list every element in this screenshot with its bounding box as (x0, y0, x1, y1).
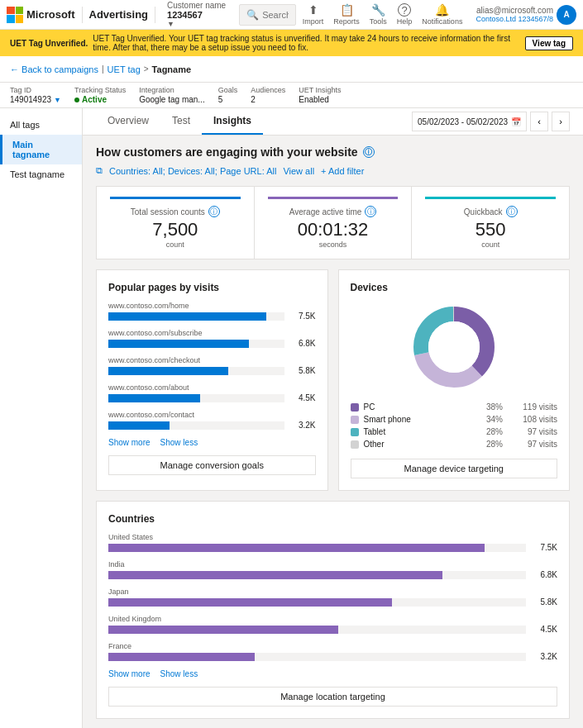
back-to-campaigns-link[interactable]: ← Back to campaigns (10, 64, 98, 74)
search-box[interactable]: 🔍 (239, 4, 296, 26)
tab-overview[interactable]: Overview (96, 108, 160, 135)
popular-page-item-1: www.contoso.com/subscribe 6.8K (108, 329, 316, 348)
metric-sublabel-active-time: seconds (268, 240, 399, 249)
country-bar-row-3: 4.5K (108, 625, 557, 634)
tracking-status-value: Active (74, 95, 126, 104)
ms-logo: Microsoft (7, 7, 75, 23)
popular-page-item-3: www.contoso.com/about 4.5K (108, 383, 316, 402)
filter-tag-countries[interactable]: Countries: All; Devices: All; Page URL: … (109, 166, 276, 176)
metric-info-sessions[interactable]: ⓘ (208, 206, 220, 217)
audiences-item: Audiences 2 (251, 86, 285, 104)
reports-icon[interactable]: 📋 Reports (333, 3, 360, 26)
add-filter-button[interactable]: + Add filter (321, 166, 364, 176)
country-bar-track-4 (108, 653, 526, 661)
breadcrumb-bar: ← Back to campaigns | UET tag > Tagname (0, 56, 583, 83)
audiences-label: Audiences (251, 86, 285, 94)
metric-value-sessions: 7,500 (110, 221, 241, 239)
reports-label: Reports (333, 17, 360, 26)
manage-location-targeting-button[interactable]: Manage location targeting (108, 687, 557, 707)
search-input[interactable] (262, 10, 289, 20)
countries-show-less-link[interactable]: Show less (160, 669, 198, 678)
customer-dropdown-arrow: ▼ (167, 20, 226, 28)
user-section[interactable]: alias@microsoft.com Contoso.Ltd 1234567/… (475, 5, 576, 25)
country-bar-row-1: 6.8K (108, 570, 557, 579)
metric-bar-sessions (110, 197, 241, 199)
breadcrumb-sep-2: > (144, 64, 149, 74)
tabs-bar: Overview Test Insights 05/02/2023 - 05/0… (83, 108, 583, 136)
metric-card-active-time: Average active time ⓘ 00:01:32 seconds (255, 187, 413, 259)
user-avatar[interactable]: A (557, 5, 576, 25)
customer-name-label: Customer name (167, 1, 226, 10)
tracking-status-item: Tracking Status Active (74, 86, 126, 104)
uet-tag-link[interactable]: UET tag (108, 64, 141, 74)
show-more-link[interactable]: Show more (108, 438, 151, 447)
tag-id-dropdown[interactable]: ▼ (54, 96, 61, 104)
legend-pct-2: 28% (486, 427, 507, 436)
bar-fill-0 (108, 312, 266, 321)
country-bar-fill-3 (108, 626, 338, 634)
tag-id-item: Tag ID 149014923 ▼ (10, 86, 61, 104)
legend-label-2: Tablet (364, 427, 482, 436)
sidebar-item-main-tagname[interactable]: Main tagname (0, 135, 82, 164)
divider-1 (82, 7, 83, 23)
countries-show-more-row: Show more Show less (108, 669, 557, 678)
tab-insights[interactable]: Insights (202, 108, 263, 135)
page-title-info-icon[interactable]: ⓘ (363, 146, 375, 158)
metric-bar-active-time (268, 197, 399, 199)
goals-label: Goals (218, 86, 238, 94)
divider-2 (155, 7, 155, 23)
bar-track-3 (108, 394, 284, 402)
page-content: How customers are engaging with your web… (83, 136, 583, 728)
legend-visits-0: 119 visits (512, 402, 557, 412)
countries-show-more-link[interactable]: Show more (108, 669, 151, 678)
manage-device-targeting-button[interactable]: Manage device targeting (351, 459, 558, 478)
user-company: Contoso.Ltd 1234567/8 (475, 15, 553, 23)
bar-row-0: 7.5K (108, 312, 316, 321)
date-prev-button[interactable]: ‹ (530, 112, 548, 131)
country-label-2: Japan (108, 588, 557, 596)
bar-value-2: 5.8K (291, 366, 316, 375)
view-tag-button[interactable]: View tag (525, 36, 573, 50)
tools-icon[interactable]: 🔧 Tools (370, 3, 387, 26)
filter-bar: ⧉ Countries: All; Devices: All; Page URL… (96, 165, 570, 176)
country-label-3: United Kingdom (108, 615, 557, 623)
show-less-link[interactable]: Show less (160, 438, 198, 447)
legend-pct-1: 34% (486, 415, 507, 424)
country-bar-value-1: 6.8K (533, 570, 557, 579)
manage-conversion-goals-button[interactable]: Manage conversion goals (108, 455, 316, 475)
bar-fill-1 (108, 340, 249, 348)
help-symbol: ? (398, 3, 411, 17)
sidebar-item-test-tagname[interactable]: Test tagname (0, 164, 82, 184)
date-next-button[interactable]: › (552, 112, 570, 131)
show-more-row: Show more Show less (108, 438, 316, 447)
sidebar: All tags Main tagname Test tagname (0, 108, 83, 728)
charts-row: Popular pages by visits www.contoso.com/… (96, 269, 570, 491)
metric-info-quickback[interactable]: ⓘ (506, 206, 518, 217)
legend-visits-2: 97 visits (512, 427, 557, 436)
metric-info-active-time[interactable]: ⓘ (365, 206, 376, 217)
tools-label: Tools (370, 17, 387, 26)
import-symbol: ⬆ (308, 3, 318, 17)
sidebar-item-all-tags[interactable]: All tags (0, 115, 82, 135)
bar-label-1: www.contoso.com/subscribe (108, 329, 316, 337)
popular-page-item-0: www.contoso.com/home 7.5K (108, 302, 316, 321)
view-all-link[interactable]: View all (283, 166, 314, 176)
help-icon[interactable]: ? Help (397, 3, 413, 26)
calendar-icon[interactable]: 📅 (511, 117, 521, 126)
country-item-1: India 6.8K (108, 560, 557, 579)
customer-info[interactable]: Customer name 1234567 ▼ (167, 1, 226, 28)
user-email: alias@microsoft.com (475, 6, 553, 15)
date-range-input[interactable]: 05/02/2023 - 05/02/2023 📅 (412, 112, 527, 131)
legend-item-1: Smart phone 34% 108 visits (351, 415, 558, 424)
metric-value-quickback: 550 (425, 221, 556, 239)
metric-card-total-sessions: Total session counts ⓘ 7,500 count (97, 187, 255, 259)
tag-id-value: 149014923 ▼ (10, 95, 61, 104)
country-bar-fill-0 (108, 544, 485, 552)
notifications-icon[interactable]: 🔔 Notifications (422, 3, 462, 26)
country-bar-value-3: 4.5K (533, 625, 557, 634)
tab-test[interactable]: Test (160, 108, 202, 135)
advertising-label: Advertising (89, 8, 149, 21)
country-bar-row-2: 5.8K (108, 597, 557, 607)
country-bar-value-4: 3.2K (533, 652, 557, 661)
import-icon[interactable]: ⬆ Import (303, 3, 324, 26)
